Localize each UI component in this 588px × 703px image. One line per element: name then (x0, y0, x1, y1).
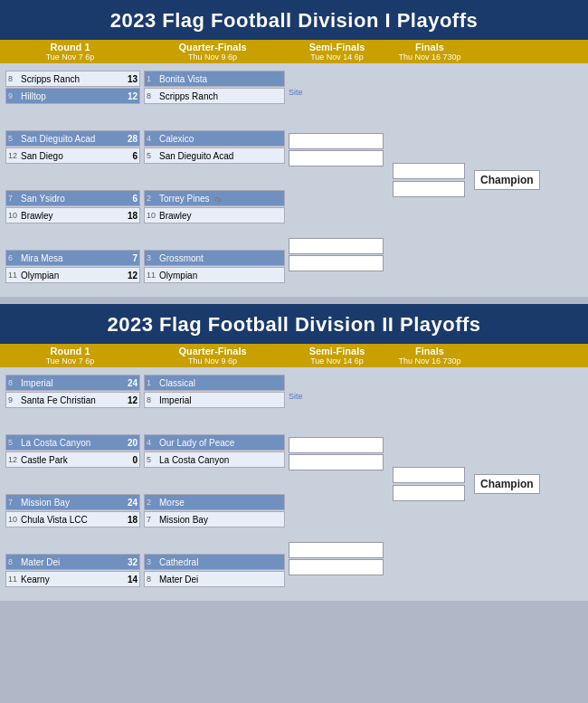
div2-qf-matchup-2: 4 Our Lady of Peace 5 La Costa Canyon (144, 434, 285, 469)
div1-r1-m3-team1: 7 San Ysidro 6 (5, 190, 140, 206)
div2-r1-header: Round 1 Tue Nov 7 6p (0, 346, 140, 366)
div1-qf-matchup-1: 1 Bonita Vista 8 Scripps Ranch (144, 71, 285, 105)
division-2-section: 2023 Flag Football Division II Playoffs … (0, 304, 588, 601)
div2-qf-m1-team2: 8 Imperial (144, 392, 285, 408)
div2-qf-m2-team1: 4 Our Lady of Peace (144, 434, 285, 451)
div2-sf-box-2a (289, 542, 384, 558)
div2-semifinals: Site (285, 375, 389, 594)
div1-rounds-header: Round 1 Tue Nov 7 6p Quarter-Finals Thu … (0, 40, 588, 63)
div1-r1-m4-team1: 6 Mira Mesa 7 (5, 250, 140, 266)
div2-qf-m1-team1: 1 Classical (144, 375, 285, 391)
div1-r1-m4-team2: 11 Olympian 12 (5, 267, 140, 283)
div1-r1-matchup-4: 6 Mira Mesa 7 11 Olympian 12 (5, 250, 140, 284)
div1-bracket-body: 8 Scripps Ranch 13 9 Hilltop 12 5 San Di… (0, 63, 588, 297)
div1-r1-m2-team2: 12 San Diego 6 (5, 147, 140, 164)
div1-qf-m2-team1: 4 Calexico (144, 130, 285, 147)
div2-final-box-a (393, 467, 465, 483)
div1-qf-m3-team1: 2 Torrey Pines 7p (144, 190, 285, 206)
div1-r1-m1-team2: 9 Hilltop 12 (5, 88, 140, 104)
div1-r1-matchup-1: 8 Scripps Ranch 13 9 Hilltop 12 (5, 71, 140, 105)
div2-bracket-body: 8 Imperial 24 9 Santa Fe Christian 12 5 … (0, 367, 588, 601)
div1-r1-matchup-2: 5 San Dieguito Acad 28 12 San Diego 6 (5, 130, 140, 165)
div2-qf-matchup-3: 2 Morse 7 Mission Bay (144, 494, 285, 528)
div2-sf-box-2b (289, 559, 384, 575)
div2-champion: Champion (470, 375, 552, 594)
div1-sf-header: Semi-Finals Tue Nov 14 6p (285, 42, 389, 62)
div1-r1-matchup-3: 7 San Ysidro 6 10 Brawley 18 (5, 190, 140, 224)
div1-sf-pair-1 (289, 133, 389, 167)
div1-sf-box-1a (289, 133, 384, 149)
div1-f-header: Finals Thu Nov 16 730p (389, 42, 470, 62)
div2-r1-matchup-1: 8 Imperial 24 9 Santa Fe Christian 12 (5, 375, 140, 409)
div1-sf-box-2a (289, 238, 384, 254)
div1-r1-m3-team2: 10 Brawley 18 (5, 207, 140, 223)
div1-qf-matchup-2: 4 Calexico 5 San Dieguito Acad (144, 130, 285, 165)
div1-final-box-b (393, 181, 465, 197)
div2-r1-m2-team1: 5 La Costa Canyon 20 (5, 434, 140, 451)
div2-qf-m4-team1: 3 Cathedral (144, 554, 285, 570)
div2-r1-m2-team2: 12 Castle Park 0 (5, 451, 140, 468)
div2-f-header: Finals Thu Nov 16 730p (389, 346, 470, 366)
div2-quarterfinals: 1 Classical 8 Imperial 4 Our Lady of Pea… (140, 375, 285, 594)
div1-qf-header: Quarter-Finals Thu Nov 9 6p (140, 42, 285, 62)
div1-qf-matchup-3: 2 Torrey Pines 7p 10 Brawley (144, 190, 285, 224)
div1-qf-m1-team2: 8 Scripps Ranch (144, 88, 285, 104)
div2-sf-box-1b (289, 454, 384, 470)
div2-r1-m3-team2: 10 Chula Vista LCC 18 (5, 511, 140, 527)
div2-sf-pair-1 (289, 437, 389, 471)
div2-r1-m4-team2: 11 Kearny 14 (5, 571, 140, 587)
div2-site-label: Site (289, 392, 389, 401)
div1-qf-m4-team2: 11 Olympian (144, 267, 285, 283)
div2-r1-m4-team1: 8 Mater Dei 32 (5, 554, 140, 570)
div1-champion-label: Champion (474, 170, 540, 190)
div1-finals (389, 71, 470, 290)
div2-r1-matchup-2: 5 La Costa Canyon 20 12 Castle Park 0 (5, 434, 140, 469)
div1-r1-header: Round 1 Tue Nov 7 6p (0, 42, 140, 62)
div2-r1-matchup-4: 8 Mater Dei 32 11 Kearny 14 (5, 554, 140, 588)
div2-rounds-header: Round 1 Tue Nov 7 6p Quarter-Finals Thu … (0, 344, 588, 367)
div2-round1: 8 Imperial 24 9 Santa Fe Christian 12 5 … (0, 375, 140, 594)
div1-sf-box-2b (289, 255, 384, 271)
div2-qf-m3-team1: 2 Morse (144, 494, 285, 510)
div2-qf-m4-team2: 8 Mater Dei (144, 571, 285, 587)
div1-sf-pair-2 (289, 238, 389, 272)
div2-sf-box-1a (289, 437, 384, 453)
div1-semifinals: Site (285, 71, 389, 290)
div1-qf-m2-team2: 5 San Dieguito Acad (144, 147, 285, 164)
div1-final-box-a (393, 163, 465, 179)
div1-qf-m3-team2: 10 Brawley (144, 207, 285, 223)
div2-finals (389, 375, 470, 594)
division-1-section: 2023 Flag Football Division I Playoffs R… (0, 0, 588, 297)
div1-r1-m1-team1: 8 Scripps Ranch 13 (5, 71, 140, 87)
div1-quarterfinals: 1 Bonita Vista 8 Scripps Ranch 4 Calexic… (140, 71, 285, 290)
div1-site-label: Site (289, 88, 389, 97)
div1-qf-matchup-4: 3 Grossmont 11 Olympian (144, 250, 285, 284)
div1-champion: Champion (470, 71, 552, 290)
div2-champion-label: Champion (474, 474, 540, 494)
div1-sf-box-1b (289, 150, 384, 166)
div2-sf-header: Semi-Finals Tue Nov 14 6p (285, 346, 389, 366)
div2-title: 2023 Flag Football Division II Playoffs (0, 304, 588, 344)
div2-qf-m3-team2: 7 Mission Bay (144, 511, 285, 527)
div1-qf-m1-team1: 1 Bonita Vista (144, 71, 285, 87)
div2-r1-matchup-3: 7 Mission Bay 24 10 Chula Vista LCC 18 (5, 494, 140, 528)
div2-r1-m3-team1: 7 Mission Bay 24 (5, 494, 140, 510)
div2-qf-matchup-4: 3 Cathedral 8 Mater Dei (144, 554, 285, 588)
div1-round1: 8 Scripps Ranch 13 9 Hilltop 12 5 San Di… (0, 71, 140, 290)
div2-r1-m1-team2: 9 Santa Fe Christian 12 (5, 392, 140, 408)
div2-final-box-b (393, 485, 465, 501)
div2-qf-matchup-1: 1 Classical 8 Imperial (144, 375, 285, 409)
div2-qf-m2-team2: 5 La Costa Canyon (144, 451, 285, 468)
div2-r1-m1-team1: 8 Imperial 24 (5, 375, 140, 391)
div2-sf-pair-2 (289, 542, 389, 576)
div1-r1-m2-team1: 5 San Dieguito Acad 28 (5, 130, 140, 147)
div2-qf-header: Quarter-Finals Thu Nov 9 6p (140, 346, 285, 366)
div1-qf-m4-team1: 3 Grossmont (144, 250, 285, 266)
div1-title: 2023 Flag Football Division I Playoffs (0, 0, 588, 40)
